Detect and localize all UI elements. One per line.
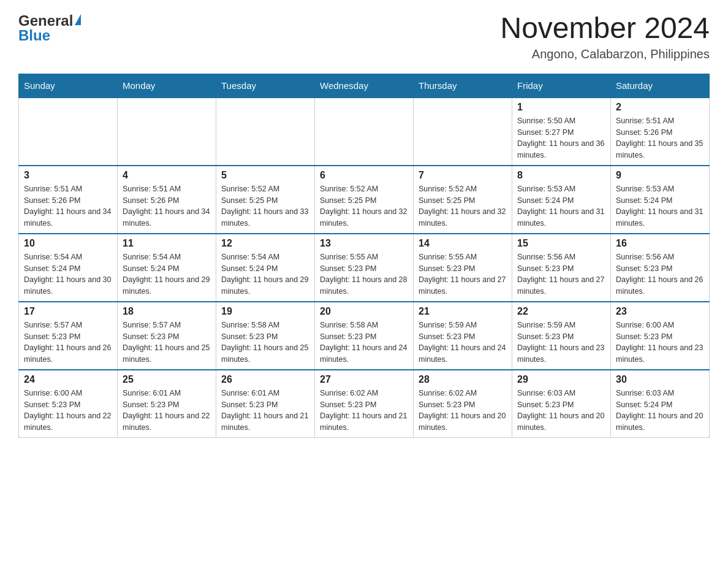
col-tuesday: Tuesday: [216, 74, 315, 98]
day-info: Sunrise: 5:50 AM Sunset: 5:27 PM Dayligh…: [517, 115, 605, 161]
day-info: Sunrise: 6:03 AM Sunset: 5:23 PM Dayligh…: [517, 388, 605, 434]
day-info: Sunrise: 6:03 AM Sunset: 5:24 PM Dayligh…: [616, 388, 704, 434]
day-number: 30: [616, 374, 704, 385]
calendar-header-row: Sunday Monday Tuesday Wednesday Thursday…: [19, 74, 710, 98]
day-info: Sunrise: 5:51 AM Sunset: 5:26 PM Dayligh…: [616, 115, 704, 161]
table-row: 14Sunrise: 5:55 AM Sunset: 5:23 PM Dayli…: [414, 234, 512, 302]
calendar-table: Sunday Monday Tuesday Wednesday Thursday…: [18, 74, 710, 438]
logo-triangle-icon: [75, 14, 81, 25]
day-info: Sunrise: 5:55 AM Sunset: 5:23 PM Dayligh…: [419, 251, 507, 297]
day-info: Sunrise: 5:51 AM Sunset: 5:26 PM Dayligh…: [123, 183, 211, 229]
day-info: Sunrise: 5:52 AM Sunset: 5:25 PM Dayligh…: [320, 183, 408, 229]
table-row: 19Sunrise: 5:58 AM Sunset: 5:23 PM Dayli…: [216, 302, 315, 370]
day-number: 25: [123, 374, 211, 385]
day-number: 15: [517, 238, 605, 249]
table-row: 3Sunrise: 5:51 AM Sunset: 5:26 PM Daylig…: [19, 166, 118, 234]
day-info: Sunrise: 5:56 AM Sunset: 5:23 PM Dayligh…: [517, 251, 605, 297]
table-row: 26Sunrise: 6:01 AM Sunset: 5:23 PM Dayli…: [216, 370, 315, 438]
day-number: 14: [419, 238, 507, 249]
table-row: 25Sunrise: 6:01 AM Sunset: 5:23 PM Dayli…: [118, 370, 216, 438]
calendar-week-row: 24Sunrise: 6:00 AM Sunset: 5:23 PM Dayli…: [19, 370, 710, 438]
logo: General Blue: [18, 12, 81, 44]
table-row: 1Sunrise: 5:50 AM Sunset: 5:27 PM Daylig…: [512, 98, 611, 166]
col-sunday: Sunday: [19, 74, 118, 98]
table-row: 23Sunrise: 6:00 AM Sunset: 5:23 PM Dayli…: [611, 302, 710, 370]
day-number: 17: [24, 306, 112, 317]
table-row: 20Sunrise: 5:58 AM Sunset: 5:23 PM Dayli…: [315, 302, 414, 370]
day-info: Sunrise: 6:00 AM Sunset: 5:23 PM Dayligh…: [616, 320, 704, 366]
day-info: Sunrise: 5:59 AM Sunset: 5:23 PM Dayligh…: [419, 320, 507, 366]
day-number: 28: [419, 374, 507, 385]
calendar-title-block: November 2024 Angono, Calabarzon, Philip…: [500, 12, 710, 61]
day-number: 5: [221, 170, 309, 181]
calendar-week-row: 10Sunrise: 5:54 AM Sunset: 5:24 PM Dayli…: [19, 234, 710, 302]
day-number: 27: [320, 374, 408, 385]
table-row: 27Sunrise: 6:02 AM Sunset: 5:23 PM Dayli…: [315, 370, 414, 438]
day-number: 16: [616, 238, 704, 249]
day-info: Sunrise: 5:54 AM Sunset: 5:24 PM Dayligh…: [221, 251, 309, 297]
day-info: Sunrise: 5:59 AM Sunset: 5:23 PM Dayligh…: [517, 320, 605, 366]
day-info: Sunrise: 5:52 AM Sunset: 5:25 PM Dayligh…: [419, 183, 507, 229]
day-info: Sunrise: 5:58 AM Sunset: 5:23 PM Dayligh…: [221, 320, 309, 366]
day-info: Sunrise: 5:53 AM Sunset: 5:24 PM Dayligh…: [517, 183, 605, 229]
day-info: Sunrise: 5:54 AM Sunset: 5:24 PM Dayligh…: [123, 251, 211, 297]
day-number: 18: [123, 306, 211, 317]
day-number: 2: [616, 102, 704, 113]
day-number: 9: [616, 170, 704, 181]
table-row: 2Sunrise: 5:51 AM Sunset: 5:26 PM Daylig…: [611, 98, 710, 166]
table-row: 5Sunrise: 5:52 AM Sunset: 5:25 PM Daylig…: [216, 166, 315, 234]
day-info: Sunrise: 6:02 AM Sunset: 5:23 PM Dayligh…: [419, 388, 507, 434]
logo-blue-text: Blue: [18, 27, 50, 44]
table-row: [414, 98, 512, 166]
table-row: 7Sunrise: 5:52 AM Sunset: 5:25 PM Daylig…: [414, 166, 512, 234]
day-number: 3: [24, 170, 112, 181]
table-row: 6Sunrise: 5:52 AM Sunset: 5:25 PM Daylig…: [315, 166, 414, 234]
day-info: Sunrise: 6:02 AM Sunset: 5:23 PM Dayligh…: [320, 388, 408, 434]
table-row: [118, 98, 216, 166]
day-number: 10: [24, 238, 112, 249]
table-row: 17Sunrise: 5:57 AM Sunset: 5:23 PM Dayli…: [19, 302, 118, 370]
day-info: Sunrise: 5:55 AM Sunset: 5:23 PM Dayligh…: [320, 251, 408, 297]
day-info: Sunrise: 5:56 AM Sunset: 5:23 PM Dayligh…: [616, 251, 704, 297]
calendar-week-row: 1Sunrise: 5:50 AM Sunset: 5:27 PM Daylig…: [19, 98, 710, 166]
calendar-week-row: 17Sunrise: 5:57 AM Sunset: 5:23 PM Dayli…: [19, 302, 710, 370]
day-info: Sunrise: 5:57 AM Sunset: 5:23 PM Dayligh…: [24, 320, 112, 366]
day-number: 24: [24, 374, 112, 385]
day-number: 26: [221, 374, 309, 385]
table-row: 11Sunrise: 5:54 AM Sunset: 5:24 PM Dayli…: [118, 234, 216, 302]
day-number: 23: [616, 306, 704, 317]
day-info: Sunrise: 5:51 AM Sunset: 5:26 PM Dayligh…: [24, 183, 112, 229]
table-row: 13Sunrise: 5:55 AM Sunset: 5:23 PM Dayli…: [315, 234, 414, 302]
table-row: 28Sunrise: 6:02 AM Sunset: 5:23 PM Dayli…: [414, 370, 512, 438]
table-row: 29Sunrise: 6:03 AM Sunset: 5:23 PM Dayli…: [512, 370, 611, 438]
day-number: 7: [419, 170, 507, 181]
day-info: Sunrise: 5:54 AM Sunset: 5:24 PM Dayligh…: [24, 251, 112, 297]
table-row: 12Sunrise: 5:54 AM Sunset: 5:24 PM Dayli…: [216, 234, 315, 302]
day-number: 13: [320, 238, 408, 249]
col-saturday: Saturday: [611, 74, 710, 98]
calendar-location: Angono, Calabarzon, Philippines: [500, 47, 710, 61]
day-number: 4: [123, 170, 211, 181]
table-row: 21Sunrise: 5:59 AM Sunset: 5:23 PM Dayli…: [414, 302, 512, 370]
table-row: [19, 98, 118, 166]
day-number: 11: [123, 238, 211, 249]
day-number: 12: [221, 238, 309, 249]
day-number: 20: [320, 306, 408, 317]
day-number: 19: [221, 306, 309, 317]
table-row: [216, 98, 315, 166]
table-row: 8Sunrise: 5:53 AM Sunset: 5:24 PM Daylig…: [512, 166, 611, 234]
table-row: [315, 98, 414, 166]
calendar-title: November 2024: [500, 12, 710, 45]
col-monday: Monday: [118, 74, 216, 98]
table-row: 22Sunrise: 5:59 AM Sunset: 5:23 PM Dayli…: [512, 302, 611, 370]
table-row: 18Sunrise: 5:57 AM Sunset: 5:23 PM Dayli…: [118, 302, 216, 370]
day-info: Sunrise: 6:01 AM Sunset: 5:23 PM Dayligh…: [123, 388, 211, 434]
day-info: Sunrise: 5:58 AM Sunset: 5:23 PM Dayligh…: [320, 320, 408, 366]
table-row: 10Sunrise: 5:54 AM Sunset: 5:24 PM Dayli…: [19, 234, 118, 302]
day-info: Sunrise: 5:57 AM Sunset: 5:23 PM Dayligh…: [123, 320, 211, 366]
table-row: 16Sunrise: 5:56 AM Sunset: 5:23 PM Dayli…: [611, 234, 710, 302]
day-number: 1: [517, 102, 605, 113]
col-thursday: Thursday: [414, 74, 512, 98]
day-number: 29: [517, 374, 605, 385]
table-row: 24Sunrise: 6:00 AM Sunset: 5:23 PM Dayli…: [19, 370, 118, 438]
